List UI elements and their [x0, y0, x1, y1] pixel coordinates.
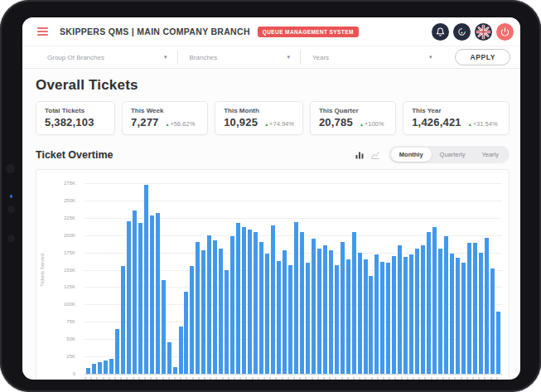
bar[interactable]: [352, 232, 356, 374]
top-app-bar: SKIPPERS QMS | MAIN COMPANY BRANCH QUEUE…: [22, 17, 520, 46]
line-chart-type-icon[interactable]: [370, 150, 380, 160]
bar[interactable]: [358, 253, 362, 374]
bar[interactable]: [144, 185, 148, 374]
bar[interactable]: [156, 213, 160, 374]
bar[interactable]: [98, 362, 102, 374]
bar[interactable]: [374, 254, 379, 374]
bar[interactable]: [392, 256, 396, 374]
bar[interactable]: [415, 249, 419, 374]
bar[interactable]: [294, 222, 298, 374]
bar[interactable]: [207, 235, 211, 374]
bar[interactable]: [288, 265, 292, 374]
logout-button[interactable]: [496, 23, 514, 41]
bar[interactable]: [317, 249, 321, 374]
up-arrow-icon: ▲: [360, 122, 364, 127]
bar[interactable]: [346, 259, 350, 374]
bar[interactable]: [450, 254, 454, 374]
bar[interactable]: [225, 270, 229, 374]
bar[interactable]: [300, 232, 304, 374]
tab-monthly[interactable]: Monthly: [391, 148, 432, 162]
bar[interactable]: [485, 238, 489, 374]
bar[interactable]: [167, 342, 171, 374]
bar[interactable]: [173, 367, 177, 374]
bar[interactable]: [490, 269, 495, 374]
bar[interactable]: [162, 280, 166, 374]
stat-label: This Week: [131, 107, 199, 114]
bar[interactable]: [364, 259, 368, 374]
bar[interactable]: [86, 368, 90, 374]
bar[interactable]: [341, 242, 345, 374]
bar[interactable]: [473, 243, 477, 374]
bar[interactable]: [127, 221, 131, 374]
notifications-button[interactable]: [432, 23, 449, 41]
bar[interactable]: [213, 240, 217, 374]
language-button[interactable]: [475, 23, 492, 41]
bar[interactable]: [380, 262, 384, 374]
bar[interactable]: [115, 329, 119, 374]
bar[interactable]: [329, 250, 333, 374]
bar[interactable]: [92, 364, 96, 374]
y-tick-label: 25K: [66, 354, 75, 359]
bar[interactable]: [138, 223, 142, 374]
bar[interactable]: [461, 263, 466, 374]
hamburger-menu-icon[interactable]: [37, 27, 48, 36]
bar[interactable]: [369, 276, 373, 374]
bar[interactable]: [283, 250, 287, 374]
bar[interactable]: [403, 257, 408, 374]
bar[interactable]: [277, 261, 281, 374]
bar[interactable]: [179, 327, 183, 374]
bar[interactable]: [190, 266, 194, 374]
bar[interactable]: [479, 253, 483, 374]
bar[interactable]: [259, 242, 263, 374]
bar[interactable]: [323, 245, 327, 374]
stat-delta: +100%: [365, 120, 384, 128]
theme-toggle-button[interactable]: [453, 23, 471, 41]
bar[interactable]: [230, 236, 234, 374]
bar[interactable]: [271, 225, 275, 374]
bar-chart-type-icon[interactable]: [355, 150, 365, 160]
bar[interactable]: [467, 243, 471, 374]
branches-select[interactable]: Branches ▾: [177, 51, 300, 64]
bar[interactable]: [409, 254, 413, 374]
bar[interactable]: [236, 223, 240, 374]
bar[interactable]: [109, 359, 114, 374]
bar[interactable]: [456, 258, 460, 375]
bar[interactable]: [196, 242, 200, 374]
bar[interactable]: [386, 263, 390, 374]
chart-section-title: Ticket Overtime: [36, 149, 114, 161]
bar[interactable]: [444, 236, 448, 374]
bar[interactable]: [248, 230, 252, 374]
tab-yearly[interactable]: Yearly: [473, 148, 507, 162]
bar[interactable]: [335, 265, 339, 374]
stat-delta: +56.62%: [170, 120, 195, 128]
bar[interactable]: [432, 227, 437, 374]
tablet-sensor-light: [10, 195, 12, 198]
apply-button[interactable]: APPLY: [455, 49, 510, 65]
filter-bar: Group Of Branches ▾ Branches ▾ Years ▾ A…: [22, 46, 520, 69]
bar[interactable]: [133, 211, 137, 374]
bar[interactable]: [121, 266, 125, 374]
bar[interactable]: [150, 215, 154, 374]
tab-quarterly[interactable]: Quarterly: [432, 148, 474, 162]
bar[interactable]: [104, 361, 108, 374]
years-select[interactable]: Years ▾: [300, 51, 442, 64]
bar[interactable]: [265, 254, 269, 374]
bar[interactable]: [312, 239, 316, 374]
bar[interactable]: [242, 227, 246, 374]
period-segmented-control: Monthly Quarterly Yearly: [389, 146, 510, 163]
bar[interactable]: [254, 232, 258, 374]
bell-icon: [436, 27, 445, 36]
group-of-branches-select[interactable]: Group Of Branches ▾: [36, 51, 177, 64]
bar[interactable]: [398, 245, 402, 374]
chevron-down-icon: ▾: [164, 54, 167, 60]
bar[interactable]: [184, 292, 188, 374]
tablet-sensor: [7, 235, 15, 242]
bar[interactable]: [306, 263, 310, 374]
stat-value: 10,925: [224, 116, 258, 128]
bar[interactable]: [219, 249, 223, 374]
bar[interactable]: [421, 245, 425, 374]
bar[interactable]: [438, 249, 442, 374]
bar[interactable]: [496, 312, 500, 374]
bar[interactable]: [201, 250, 205, 374]
bar[interactable]: [427, 232, 431, 374]
